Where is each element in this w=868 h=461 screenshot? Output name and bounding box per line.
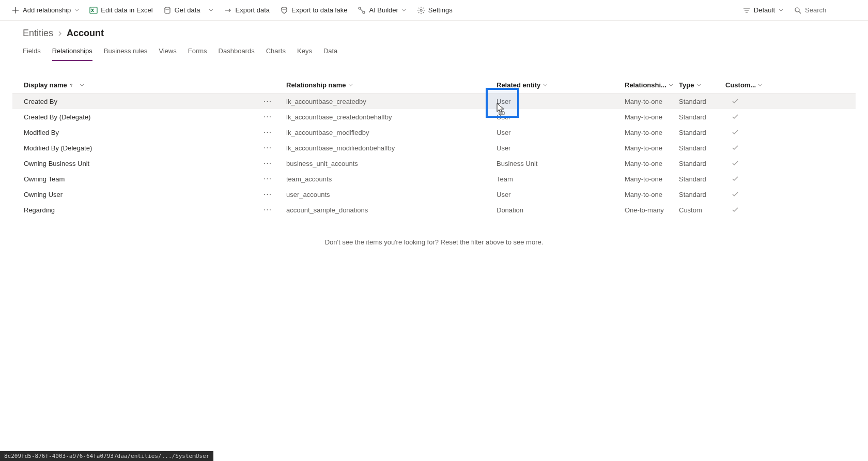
table-row[interactable]: Owning User···user_accountsUserMany-to-o… <box>12 187 856 202</box>
tab-dashboards[interactable]: Dashboards <box>219 47 255 61</box>
settings-label: Settings <box>428 6 453 14</box>
get-data-button[interactable]: Get data <box>158 3 219 18</box>
table-row[interactable]: Modified By···lk_accountbase_modifiedbyU… <box>12 125 856 140</box>
tab-data[interactable]: Data <box>323 47 337 61</box>
table-row[interactable]: Regarding···account_sample_donationsDona… <box>12 202 856 218</box>
edit-data-excel-button[interactable]: Edit data in Excel <box>84 3 158 18</box>
data-lake-icon <box>280 6 288 14</box>
table-row[interactable]: Owning Team···team_accountsTeamMany-to-o… <box>12 171 856 187</box>
add-relationship-label: Add relationship <box>23 6 71 14</box>
svg-point-6 <box>795 8 799 12</box>
cell-related-entity: User <box>490 98 619 105</box>
ai-builder-icon <box>358 6 366 14</box>
col-custom-label: Custom... <box>725 81 756 89</box>
cell-display-name: Regarding <box>12 206 281 214</box>
table-row[interactable]: Modified By (Delegate)···lk_accountbase_… <box>12 140 856 156</box>
breadcrumb-root[interactable]: Entities <box>23 28 53 39</box>
col-relationship-type[interactable]: Relationshi... <box>619 81 674 89</box>
col-related-entity[interactable]: Related entity <box>490 81 619 89</box>
chevron-right-icon <box>57 28 63 39</box>
filter-icon <box>742 6 751 14</box>
export-data-lake-label: Export to data lake <box>291 6 347 14</box>
tab-fields[interactable]: Fields <box>23 47 41 61</box>
cell-relationship-name: lk_accountbase_createdby <box>281 98 490 105</box>
more-actions-icon[interactable]: ··· <box>261 128 274 137</box>
col-type[interactable]: Type <box>674 81 720 89</box>
tab-relationships[interactable]: Relationships <box>52 47 92 61</box>
cell-related-entity: Business Unit <box>490 160 619 167</box>
more-actions-icon[interactable]: ··· <box>261 190 274 199</box>
chevron-down-icon <box>80 83 85 88</box>
more-actions-icon[interactable]: ··· <box>261 97 274 106</box>
export-data-label: Export data <box>236 6 270 14</box>
cell-customizable <box>720 206 756 213</box>
cell-relationship-type: Many-to-one <box>619 175 674 183</box>
cell-type: Standard <box>674 191 720 198</box>
cell-relationship-type: Many-to-one <box>619 191 674 198</box>
cell-display-name: Owning User <box>12 191 281 198</box>
tabs: FieldsRelationshipsBusiness rulesViewsFo… <box>0 39 868 62</box>
col-relationship-name[interactable]: Relationship name <box>281 81 490 89</box>
export-icon <box>224 6 233 14</box>
search-box[interactable] <box>788 3 862 18</box>
more-actions-icon[interactable]: ··· <box>261 205 274 214</box>
cell-type: Standard <box>674 113 720 121</box>
chevron-down-icon <box>401 8 407 13</box>
view-default-button[interactable]: Default <box>737 3 788 18</box>
command-bar: Add relationship Edit data in Excel Get … <box>0 0 868 21</box>
table-row[interactable]: Created By (Delegate)···lk_accountbase_c… <box>12 109 856 125</box>
tab-keys[interactable]: Keys <box>297 47 312 61</box>
search-input[interactable] <box>805 6 857 14</box>
grid-body: Created By···lk_accountbase_createdbyUse… <box>12 94 856 218</box>
table-row[interactable]: Owning Business Unit···business_unit_acc… <box>12 156 856 171</box>
tab-charts[interactable]: Charts <box>266 47 286 61</box>
filter-hint-message: Don't see the items you're looking for? … <box>12 218 856 267</box>
tab-business-rules[interactable]: Business rules <box>104 47 148 61</box>
more-actions-icon[interactable]: ··· <box>261 174 274 183</box>
gear-icon <box>417 6 425 14</box>
svg-point-5 <box>420 9 422 11</box>
col-display-name-label: Display name <box>24 81 67 89</box>
cell-display-name: Modified By (Delegate) <box>12 144 281 152</box>
cell-related-entity: Team <box>490 175 619 183</box>
tab-views[interactable]: Views <box>159 47 176 61</box>
cell-relationship-type: Many-to-one <box>619 129 674 136</box>
chevron-down-icon <box>74 8 79 13</box>
excel-icon <box>89 6 98 14</box>
cell-relationship-type: Many-to-one <box>619 98 674 105</box>
more-actions-icon[interactable]: ··· <box>261 143 274 152</box>
tab-forms[interactable]: Forms <box>188 47 207 61</box>
cell-relationship-name: lk_accountbase_modifiedonbehalfby <box>281 144 490 152</box>
view-default-label: Default <box>754 6 775 14</box>
cell-display-name: Created By (Delegate) <box>12 113 281 121</box>
chevron-down-icon <box>778 8 783 13</box>
cell-type: Standard <box>674 144 720 152</box>
chevron-down-icon <box>669 83 674 88</box>
col-display-name[interactable]: Display name <box>12 81 281 89</box>
settings-button[interactable]: Settings <box>412 3 458 18</box>
add-relationship-button[interactable]: Add relationship <box>6 3 84 18</box>
cell-display-name: Owning Business Unit <box>12 160 281 167</box>
get-data-label: Get data <box>175 6 200 14</box>
cell-customizable <box>720 113 756 120</box>
svg-point-3 <box>359 7 361 9</box>
cell-customizable <box>720 129 756 136</box>
more-actions-icon[interactable]: ··· <box>261 159 274 168</box>
col-custom[interactable]: Custom... <box>720 81 756 89</box>
cell-relationship-name: lk_accountbase_modifiedby <box>281 129 490 136</box>
export-data-button[interactable]: Export data <box>219 3 275 18</box>
cell-relationship-name: team_accounts <box>281 175 490 183</box>
cell-customizable <box>720 160 756 167</box>
cell-display-name: Created By <box>12 98 281 105</box>
ai-builder-button[interactable]: AI Builder <box>352 3 411 18</box>
table-row[interactable]: Created By···lk_accountbase_createdbyUse… <box>12 94 856 109</box>
more-actions-icon[interactable]: ··· <box>261 112 274 121</box>
command-bar-left: Add relationship Edit data in Excel Get … <box>6 3 458 18</box>
cell-related-entity: User <box>490 191 619 198</box>
command-bar-right: Default <box>737 3 862 18</box>
cell-relationship-name: business_unit_accounts <box>281 160 490 167</box>
cell-relationship-type: Many-to-one <box>619 144 674 152</box>
export-data-lake-button[interactable]: Export to data lake <box>275 3 352 18</box>
cell-type: Standard <box>674 175 720 183</box>
cell-relationship-type: One-to-many <box>619 206 674 214</box>
